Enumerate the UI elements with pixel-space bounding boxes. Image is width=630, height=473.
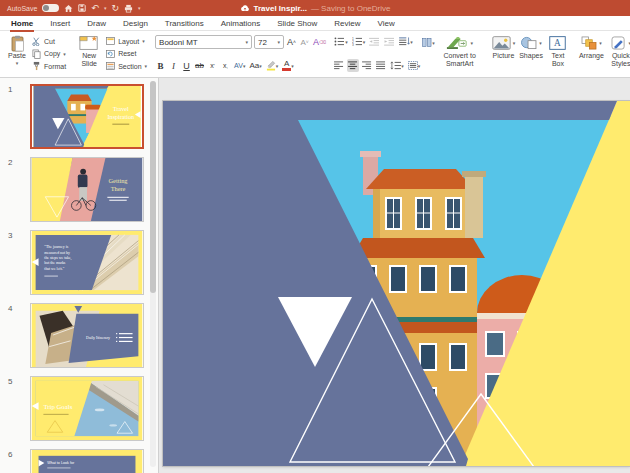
thumbnail-scrollbar[interactable]: [150, 81, 156, 467]
bold-button[interactable]: B: [155, 59, 166, 72]
copy-icon: [32, 49, 41, 59]
line-spacing-button[interactable]: ▾: [389, 59, 405, 72]
new-slide-icon: [79, 34, 99, 52]
toolbar-options-caret-icon[interactable]: ▾: [138, 5, 141, 11]
tab-slide-show[interactable]: Slide Show: [276, 17, 318, 30]
shapes-button[interactable]: ▾ Shapes: [517, 33, 545, 74]
columns-button[interactable]: ▾: [421, 36, 436, 49]
text-box-button[interactable]: A Text Box: [545, 33, 571, 74]
ribbon: Paste ▾ Cut Copy ▾ Format: [0, 31, 630, 78]
change-case-button[interactable]: Aa▾: [248, 59, 262, 72]
thumb1-title-line1: Travel: [113, 106, 129, 112]
justify-button[interactable]: [375, 59, 387, 72]
slide-thumbnail-1[interactable]: Travel Inspiration: [30, 84, 144, 149]
copy-button[interactable]: Copy ▾: [30, 48, 68, 60]
reset-icon: [106, 50, 115, 58]
cut-button[interactable]: Cut: [30, 35, 68, 47]
font-name-combo[interactable]: Bodoni MT ▾: [155, 35, 252, 49]
slide-number: 5: [0, 376, 30, 441]
decrease-indent-button[interactable]: [368, 35, 381, 48]
line-spacing-icon: [390, 61, 401, 70]
picture-icon: [492, 36, 511, 50]
print-icon[interactable]: [124, 4, 133, 13]
align-right-button[interactable]: [361, 59, 373, 72]
ribbon-tabs: Home Insert Draw Design Transitions Anim…: [0, 16, 630, 31]
layout-button[interactable]: Layout ▾: [104, 35, 149, 47]
tab-animations[interactable]: Animations: [220, 17, 262, 30]
increase-indent-button[interactable]: [383, 35, 396, 48]
font-color-caret-icon: ▾: [291, 63, 294, 69]
character-spacing-button[interactable]: AV▾: [233, 59, 246, 72]
slide-thumbnail-5[interactable]: Trip Goals: [30, 376, 144, 441]
undo-icon[interactable]: ↶: [91, 4, 99, 13]
thumb2-title-line1: Getting: [109, 177, 129, 184]
arrange-caret-icon: ▾: [599, 40, 602, 46]
picture-caret-icon: ▾: [513, 40, 516, 46]
reset-button[interactable]: Reset: [104, 48, 149, 60]
paste-icon: [10, 34, 25, 52]
undo-caret-icon[interactable]: ▾: [104, 5, 107, 11]
align-left-icon: [334, 61, 344, 70]
tab-draw[interactable]: Draw: [86, 17, 107, 30]
tab-transitions[interactable]: Transitions: [164, 17, 205, 30]
subscript-button[interactable]: x,: [220, 59, 231, 72]
font-size-combo[interactable]: 72 ▾: [254, 35, 284, 49]
numbering-caret-icon: ▾: [363, 39, 366, 45]
columns-caret-icon: ▾: [432, 40, 435, 46]
save-status: — Saving to OneDrive: [311, 4, 391, 13]
home-icon[interactable]: [64, 4, 73, 13]
font-color-button[interactable]: A ▾: [281, 59, 295, 72]
tab-view[interactable]: View: [377, 17, 396, 30]
powerpoint-window: AutoSave ↶▾ ↻ ▾ Travel Inspir... — Savin…: [0, 0, 630, 473]
text-direction-button[interactable]: ▾: [398, 35, 414, 48]
underline-icon: U: [183, 61, 190, 71]
character-spacing-icon: AV: [234, 62, 243, 69]
arrange-button[interactable]: ▾ Arrange: [577, 33, 606, 74]
slide-number: 6: [0, 449, 30, 473]
save-icon[interactable]: [78, 4, 86, 12]
align-center-button[interactable]: [347, 59, 359, 72]
picture-button[interactable]: ▾ Picture: [490, 33, 518, 74]
text-highlight-button[interactable]: ▾: [265, 59, 280, 72]
thumb3-quote-line4: but the marks: [44, 261, 66, 265]
slide-4-preview: Daily Itinerary: [31, 304, 143, 367]
tab-home[interactable]: Home: [10, 17, 34, 30]
superscript-button[interactable]: x': [207, 59, 218, 72]
tab-insert[interactable]: Insert: [49, 17, 71, 30]
section-button[interactable]: Section ▾: [104, 60, 149, 72]
clear-formatting-button[interactable]: A⌫: [312, 36, 327, 49]
section-label: Section: [118, 63, 141, 70]
numbering-button[interactable]: 123 ▾: [351, 35, 367, 48]
slide-thumbnail-3[interactable]: "The journey is measured not by the step…: [30, 230, 144, 295]
slide-thumbnail-6[interactable]: What to Look for: [30, 449, 144, 473]
columns-icon: [422, 38, 432, 47]
shrink-font-button[interactable]: A˅: [299, 36, 310, 49]
justify-icon: [376, 61, 386, 70]
slide-thumbnail-2[interactable]: Getting There: [30, 157, 144, 222]
format-painter-button[interactable]: Format: [30, 60, 68, 72]
tab-design[interactable]: Design: [122, 17, 149, 30]
grow-font-button[interactable]: A˄: [286, 36, 297, 49]
autosave-toggle[interactable]: [42, 4, 59, 12]
thumb5-title: Trip Goals: [43, 403, 72, 410]
tab-review[interactable]: Review: [333, 17, 361, 30]
redo-icon[interactable]: ↻: [111, 4, 119, 13]
align-text-button[interactable]: ▾: [407, 59, 422, 72]
bullets-button[interactable]: ▾: [333, 35, 349, 48]
thumbnail-scrollbar-thumb[interactable]: [150, 81, 156, 293]
align-left-button[interactable]: [333, 59, 345, 72]
font-size-value: 72: [258, 38, 267, 47]
quick-styles-button[interactable]: ▾ Quick Styles: [606, 33, 630, 74]
convert-smartart-button[interactable]: ▾ Convert to SmartArt: [436, 33, 484, 69]
section-caret-icon: ▾: [145, 63, 148, 69]
strikethrough-button[interactable]: ab: [194, 59, 205, 72]
italic-button[interactable]: I: [168, 59, 179, 72]
slide-thumbnail-4[interactable]: Daily Itinerary: [30, 303, 144, 368]
thumb1-title-line2: Inspiration: [108, 114, 134, 120]
svg-text:A: A: [555, 38, 562, 48]
slide-canvas[interactable]: [163, 101, 630, 466]
new-slide-button[interactable]: New Slide: [74, 33, 104, 74]
slide-number: 3: [0, 230, 30, 295]
underline-button[interactable]: U: [181, 59, 192, 72]
paste-button[interactable]: Paste ▾: [4, 33, 30, 74]
